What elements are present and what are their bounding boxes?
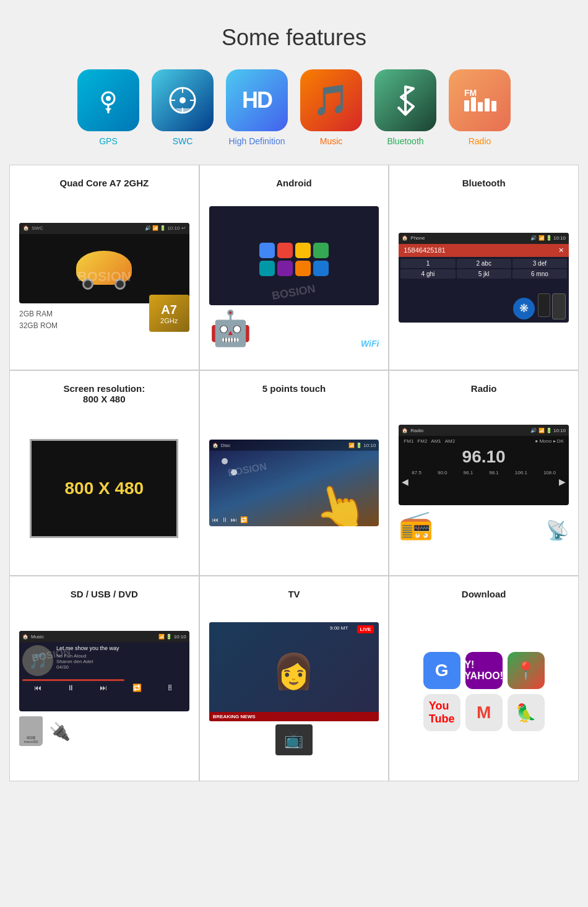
bt-phones [538, 293, 566, 319]
band-fm1: FM1 [404, 438, 413, 444]
tv-bg: 👩 LIVE 9:00 MT BREAKING NEWS [209, 622, 379, 721]
app-bird: 🦜 [508, 694, 545, 731]
radio-label: Radio [469, 136, 491, 146]
screen-label: SWC [32, 225, 43, 231]
android-watermark: BOSION [271, 282, 317, 303]
app-4 [313, 243, 329, 258]
sd-card-shape: 4GB microSD [19, 716, 43, 746]
android-screen: BOSION [209, 206, 379, 305]
bt-screen-display: 🏠 Phone 🔊 📶 🔋 10:10 15846425181 ✕ 1 2 ab… [399, 233, 569, 323]
music-artist1: No Fun Aloud [56, 653, 186, 659]
bt-number: 15846425181 [404, 246, 445, 254]
antenna-icon: 📡 [546, 519, 569, 541]
card-android: Android BOSION [200, 165, 389, 370]
card-resolution-image: 800 X 480 [19, 414, 189, 563]
feature-radio: FM Radio [449, 69, 511, 146]
bt-phone-1 [538, 293, 550, 317]
freq-961: 96.1 [464, 470, 473, 475]
svg-rect-14 [491, 101, 496, 111]
music-label: Music [320, 136, 343, 146]
media-controls: ⏮ ⏸ ⏭ 🔁 [212, 516, 248, 523]
swc-icon [166, 84, 200, 118]
ctrl-play: ⏸ [222, 516, 228, 523]
music-home: 🏠 [22, 634, 28, 640]
app-3 [295, 243, 311, 258]
feature-gps: GPS [77, 69, 139, 146]
hd-label: High Definition [228, 136, 285, 146]
home-icon: 🏠 [23, 225, 29, 231]
music-artist2: Sharon den Adel [56, 659, 186, 664]
bluetooth-label: Bluetooth [387, 136, 423, 146]
gmail-icon: M [477, 703, 491, 723]
radio-mono: ● Mono ▸ DK [535, 438, 564, 444]
google-letter: G [435, 661, 449, 680]
music-topbar: 🏠 Music 📶 🔋 10:10 [19, 631, 189, 642]
car-wheel-left [82, 279, 93, 290]
app-yahoo: Y! YAHOO! [465, 652, 503, 689]
radio-frequency: 96.10 [399, 446, 569, 467]
time-display: 9:00 MT [330, 625, 348, 631]
feature-bluetooth: Bluetooth [374, 69, 436, 146]
news-person: 👩 [272, 651, 315, 692]
card-radio-image: 🏠 Radio 🔊 📶 🔋 10:10 FM1 FM2 AM1 AM2 ● Mo… [399, 403, 569, 563]
music-next: ⏭ [100, 684, 107, 692]
card-download-image: G Y! YAHOO! 📍 YouTube M 🦜 [399, 609, 569, 768]
music-screen-label: Music [31, 634, 44, 640]
card-bluetooth: Bluetooth 🏠 Phone 🔊 📶 🔋 10:10 1584642518… [389, 165, 578, 370]
touch-dot-1 [222, 458, 228, 464]
card-resolution: Screen resolution:800 X 480 800 X 480 [10, 371, 199, 575]
radio-footer: 📻 📡 [399, 508, 569, 541]
tv-screen-display: 👩 LIVE 9:00 MT BREAKING NEWS [209, 622, 379, 721]
music-time: 04/30 [56, 664, 186, 670]
card-cpu-image: 🏠 SWC 🔊 📶 🔋 10:10 ↩ BOSION A7 2GHz [19, 197, 189, 357]
card-touch: 5 points touch 🏠 Disc 📶 🔋 10:10 👆 [200, 371, 389, 575]
app-google: G [423, 652, 460, 689]
card-cpu: Quad Core A7 2GHZ 🏠 SWC 🔊 📶 🔋 10:10 ↩ BO… [10, 165, 199, 370]
card-cpu-title: Quad Core A7 2GHZ [60, 178, 149, 188]
freq-900: 90.0 [438, 470, 447, 475]
radio-prev: ◀ [402, 477, 409, 487]
app-5 [259, 261, 275, 276]
swc-label: SWC [173, 136, 193, 146]
radio-bands: FM1 FM2 AM1 AM2 ● Mono ▸ DK [399, 436, 569, 446]
bt-home: 🏠 [402, 235, 408, 241]
live-badge: LIVE [357, 625, 374, 633]
features-icons-row: GPS SWC HD High Definition 🎵 Music [77, 69, 511, 146]
music-controls: ⏮ ⏸ ⏭ 🔁 🎚 [19, 681, 189, 695]
app-6 [277, 261, 293, 276]
freq-875: 87.5 [412, 470, 422, 475]
sd-label: 4GB [27, 736, 35, 740]
card-tv: TV 👩 LIVE 9:00 MT BREAKING NEWS 📺 [200, 576, 389, 781]
android-robot-emoji: 🤖 [209, 308, 252, 349]
card-bluetooth-image: 🏠 Phone 🔊 📶 🔋 10:10 15846425181 ✕ 1 2 ab… [399, 197, 569, 357]
bt-key-5: 5 jkl [457, 269, 511, 279]
corner-tr [166, 439, 178, 451]
sd-card-item: 4GB microSD [19, 716, 43, 746]
feature-music: 🎵 Music [300, 69, 362, 146]
card-android-title: Android [276, 178, 312, 188]
radio-screen-label: Radio [410, 428, 423, 433]
touch-dot-2 [231, 469, 237, 475]
gps-label: GPS [99, 136, 118, 146]
bt-key-2: 2 abc [457, 259, 511, 268]
swc-icon-box [152, 69, 214, 131]
radio-topbar: 🏠 Radio 🔊 📶 🔋 10:10 [399, 425, 569, 436]
maps-pin: 📍 [515, 661, 537, 681]
music-prev: ⏮ [34, 684, 41, 692]
bt-key-6: 6 mno [512, 269, 567, 279]
bluetooth-icon-box [374, 69, 436, 131]
radio-status: 🔊 📶 🔋 10:10 [530, 428, 566, 433]
mini-tv: 📺 [275, 724, 313, 755]
bird-icon: 🦜 [515, 703, 537, 723]
yahoo-text: Y! YAHOO! [464, 659, 503, 682]
radio-freq-bar: 87.5 90.0 96.1 98.1 106.1 108.0 [399, 469, 569, 477]
radio-home: 🏠 [402, 428, 408, 433]
app-1 [259, 243, 275, 258]
car-wheel-right [115, 279, 126, 290]
resolution-value: 800 X 480 [64, 479, 144, 498]
card-radio: Radio 🏠 Radio 🔊 📶 🔋 10:10 FM1 FM2 AM1 AM… [389, 371, 578, 575]
card-tv-image: 👩 LIVE 9:00 MT BREAKING NEWS 📺 [209, 609, 379, 768]
touch-status: 📶 🔋 10:10 [348, 443, 376, 448]
music-title: Let me show you the way [56, 645, 186, 651]
music-player: 🎵 Let me show you the way No Fun Aloud S… [19, 642, 189, 679]
